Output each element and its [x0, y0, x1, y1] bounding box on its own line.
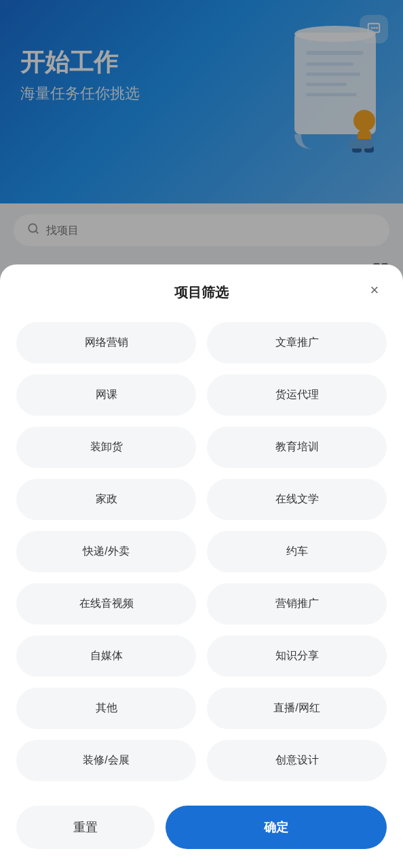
filter-item[interactable]: 快递/外卖: [16, 531, 196, 572]
filter-item[interactable]: 营销推广: [207, 583, 387, 625]
filter-item[interactable]: 直播/网红: [207, 688, 387, 729]
filter-item[interactable]: 在线文学: [207, 479, 387, 520]
filter-item[interactable]: 文章推广: [207, 322, 387, 363]
filter-item[interactable]: 在线音视频: [16, 583, 196, 625]
modal-title: 项目筛选: [174, 283, 229, 302]
filter-item[interactable]: 知识分享: [207, 635, 387, 677]
filter-item[interactable]: 教育培训: [207, 427, 387, 468]
filter-item[interactable]: 装修/会展: [16, 740, 196, 781]
close-button[interactable]: ×: [362, 278, 387, 302]
filter-item[interactable]: 约车: [207, 531, 387, 572]
reset-button[interactable]: 重置: [16, 806, 155, 849]
filter-item[interactable]: 网络营销: [16, 322, 196, 363]
confirm-button[interactable]: 确定: [166, 806, 387, 849]
modal-footer: 重置 确定: [0, 795, 403, 868]
filter-item[interactable]: 其他: [16, 688, 196, 729]
filter-grid: 网络营销 文章推广 网课 货运代理 装卸货 教育培训 家政 在线文学 快递/外卖…: [0, 315, 403, 795]
filter-item[interactable]: 家政: [16, 479, 196, 520]
modal-header: 项目筛选 ×: [0, 264, 403, 315]
filter-item[interactable]: 创意设计: [207, 740, 387, 781]
modal-sheet: 项目筛选 × 网络营销 文章推广 网课 货运代理 装卸货 教育培训 家政 在线文…: [0, 264, 403, 868]
filter-item[interactable]: 自媒体: [16, 635, 196, 677]
filter-item[interactable]: 货运代理: [207, 374, 387, 416]
filter-item[interactable]: 网课: [16, 374, 196, 416]
filter-item[interactable]: 装卸货: [16, 427, 196, 468]
modal-overlay[interactable]: 项目筛选 × 网络营销 文章推广 网课 货运代理 装卸货 教育培训 家政 在线文…: [0, 0, 403, 868]
